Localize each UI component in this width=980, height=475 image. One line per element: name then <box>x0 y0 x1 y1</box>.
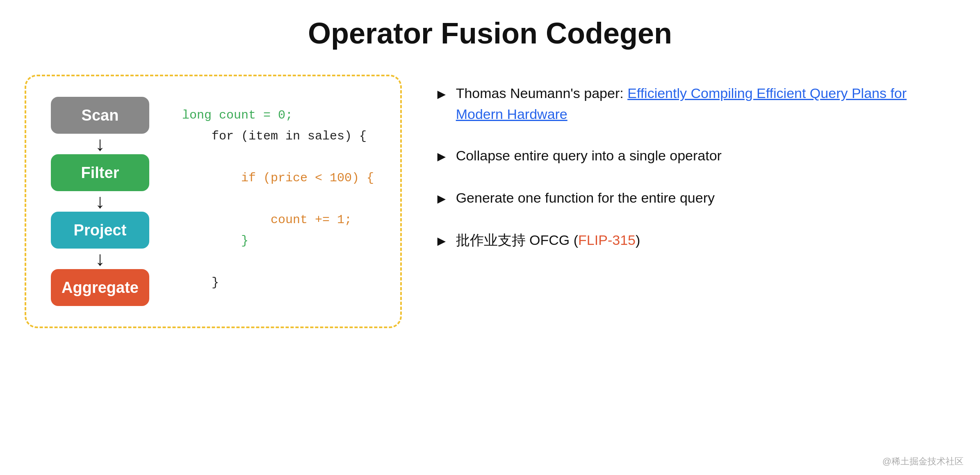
arrow-2: ↓ <box>95 191 105 212</box>
left-panel: Scan ↓ Filter ↓ Project ↓ Aggregate long… <box>25 75 402 328</box>
page: Operator Fusion Codegen Scan ↓ Filter ↓ … <box>0 0 980 475</box>
bullet-4-text: 批作业支持 OFCG (FLIP-315) <box>456 230 640 251</box>
node-project: Project <box>51 212 149 249</box>
code-line-7: } <box>182 231 376 251</box>
node-scan: Scan <box>51 97 149 134</box>
bullet-4: ► 批作业支持 OFCG (FLIP-315) <box>435 230 955 251</box>
page-title: Operator Fusion Codegen <box>308 16 672 50</box>
code-line-8 <box>182 251 376 272</box>
bullet-1: ► Thomas Neumann's paper: Efficiently Co… <box>435 83 955 125</box>
code-line-3 <box>182 147 376 168</box>
code-line-2: for (item in sales) { <box>182 126 376 147</box>
code-line-4: if (price < 100) { <box>182 168 376 189</box>
code-line-1: long count = 0; <box>182 105 376 126</box>
bullet-1-arrow: ► <box>435 84 449 105</box>
watermark: @稀土掘金技术社区 <box>882 455 964 468</box>
bullet-3-text: Generate one function for the entire que… <box>456 187 715 208</box>
arrow-1: ↓ <box>95 134 105 154</box>
bullet-2-arrow: ► <box>435 146 449 167</box>
code-line-6: count += 1; <box>182 210 376 231</box>
bullet-2-text: Collapse entire query into a single oper… <box>456 145 722 166</box>
code-line-5 <box>182 189 376 210</box>
right-panel: ► Thomas Neumann's paper: Efficiently Co… <box>435 75 955 251</box>
node-filter: Filter <box>51 154 149 191</box>
arrow-3: ↓ <box>95 249 105 269</box>
content-area: Scan ↓ Filter ↓ Project ↓ Aggregate long… <box>25 75 955 328</box>
bullet-3: ► Generate one function for the entire q… <box>435 187 955 209</box>
code-block: long count = 0; for (item in sales) { if… <box>182 97 376 293</box>
pipeline-diagram: Scan ↓ Filter ↓ Project ↓ Aggregate <box>51 97 149 306</box>
code-line-9: } <box>182 272 376 293</box>
bullet-2: ► Collapse entire query into a single op… <box>435 145 955 167</box>
flip-link[interactable]: FLIP-315 <box>578 232 636 248</box>
node-aggregate: Aggregate <box>51 269 149 306</box>
bullet-1-text: Thomas Neumann's paper: Efficiently Comp… <box>456 83 955 125</box>
paper-link[interactable]: Efficiently Compiling Efficient Query Pl… <box>456 85 907 122</box>
bullet-3-arrow: ► <box>435 188 449 209</box>
bullet-4-arrow: ► <box>435 231 449 251</box>
